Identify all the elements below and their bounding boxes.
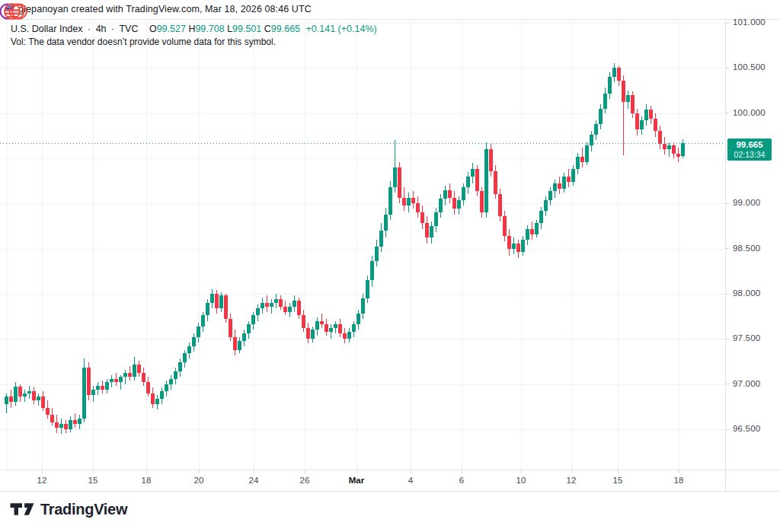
price-axis-label: 97.500 <box>733 333 760 342</box>
change-value: +0.141 (+0.14%) <box>306 24 377 34</box>
low-value: 99.501 <box>232 24 261 34</box>
time-axis-label: 26 <box>300 476 310 485</box>
time-axis-tick <box>521 470 522 473</box>
ohlc-values: O99.527 H99.708 L99.501 C99.665 <box>149 24 300 34</box>
price-axis-label: 96.500 <box>733 424 760 433</box>
legend-main-row[interactable]: U.S. Dollar Index · 4h · TVC O99.527 H99… <box>11 24 377 34</box>
candlestick-chart[interactable] <box>0 0 725 470</box>
price-axis-tick <box>726 68 729 68</box>
time-axis-label: Mar <box>349 476 364 485</box>
bar-countdown: 02:13:34 <box>727 150 772 159</box>
price-axis-tick <box>726 294 729 295</box>
time-axis-label: 15 <box>88 476 98 485</box>
open-value: 99.527 <box>157 24 186 34</box>
usd-flag-logo-icon <box>0 0 27 23</box>
time-axis-tick <box>462 470 462 473</box>
price-axis-tick <box>726 248 729 249</box>
tradingview-chart-screenshot: angiepanoyan created with TradingView.co… <box>0 0 780 532</box>
price-axis-tick <box>726 384 729 384</box>
price-axis-label: 99.000 <box>733 198 760 207</box>
time-axis-label: 12 <box>37 476 47 485</box>
tradingview-logo-text: TradingView <box>40 501 127 518</box>
price-axis-tick <box>726 113 729 113</box>
time-axis-label: 12 <box>567 476 577 485</box>
time-axis-tick <box>305 470 305 473</box>
time-axis-tick <box>571 470 572 473</box>
current-price: 99.665 <box>727 139 772 150</box>
price-axis-tick <box>726 23 729 24</box>
price-axis-label: 97.000 <box>733 379 760 388</box>
symbol-interval: 4h <box>96 24 107 34</box>
symbol-name: U.S. Dollar Index <box>11 24 82 34</box>
time-axis-tick <box>679 470 679 473</box>
time-axis-label: 20 <box>194 476 204 485</box>
tradingview-logo-icon <box>9 499 35 519</box>
time-axis-label: 18 <box>142 476 152 485</box>
time-axis-tick <box>42 470 43 473</box>
time-axis-label: 24 <box>249 476 259 485</box>
open-label: O <box>149 24 157 34</box>
price-axis-label: 101.000 <box>733 18 766 27</box>
high-value: 99.708 <box>195 24 224 34</box>
current-price-badge: 99.665 02:13:34 <box>727 139 772 161</box>
axis-bottom-border <box>0 491 780 492</box>
time-axis-tick <box>411 470 411 473</box>
price-axis[interactable]: 99.665 02:13:34 101.000100.500100.00099.… <box>726 19 780 491</box>
symbol-exchange: TVC <box>119 24 138 34</box>
time-axis-tick <box>199 470 200 473</box>
time-axis-tick <box>618 470 619 473</box>
legend-separator: · <box>111 24 114 34</box>
price-axis-tick <box>726 339 729 339</box>
symbol-legend[interactable]: U.S. Dollar Index · 4h · TVC O99.527 H99… <box>11 24 377 47</box>
price-axis-label: 98.500 <box>733 244 760 253</box>
volume-note: Vol: The data vendor doesn’t provide vol… <box>11 37 377 47</box>
time-axis-label: 10 <box>516 476 526 485</box>
time-axis-label: 18 <box>674 476 684 485</box>
time-axis-tick <box>254 470 254 473</box>
time-axis-tick <box>146 470 147 473</box>
chart-pane[interactable]: U.S. Dollar Index · 4h · TVC O99.527 H99… <box>0 0 725 470</box>
price-axis-label: 100.000 <box>733 108 766 117</box>
price-axis-label: 100.500 <box>733 62 766 72</box>
price-axis-label: 98.000 <box>733 288 760 298</box>
close-label: C <box>264 24 271 34</box>
price-axis-tick <box>726 429 729 430</box>
time-axis-tick <box>356 470 357 473</box>
tradingview-logo[interactable]: TradingView <box>9 499 127 519</box>
time-axis-label: 4 <box>408 476 413 485</box>
time-axis[interactable]: 121518202426Mar4610121518 <box>0 470 725 491</box>
time-axis-tick <box>93 470 94 473</box>
time-axis-label: 6 <box>459 476 464 485</box>
close-value: 99.665 <box>271 24 300 34</box>
price-axis-tick <box>726 203 729 204</box>
legend-separator: · <box>88 24 91 34</box>
time-axis-label: 15 <box>613 476 623 485</box>
